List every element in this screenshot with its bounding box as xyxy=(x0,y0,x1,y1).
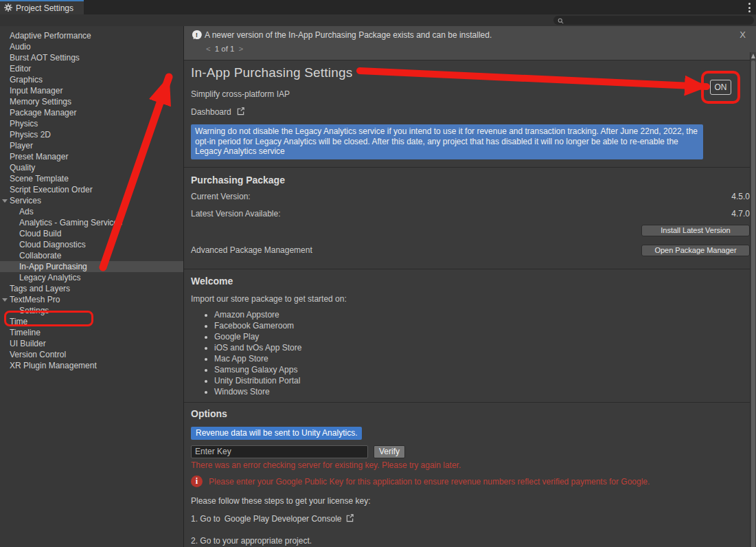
window-menu-kebab-icon[interactable] xyxy=(748,3,751,12)
sidebar-item-label: Adaptive Performance xyxy=(10,31,91,41)
sidebar-item-label: In-App Purchasing xyxy=(19,262,87,271)
sidebar-item-cloud-diagnostics[interactable]: Cloud Diagnostics xyxy=(0,239,183,250)
sidebar-item-collaborate[interactable]: Collaborate xyxy=(0,250,183,261)
sidebar-item-services[interactable]: Services xyxy=(0,195,183,206)
store-list-item: Samsung Galaxy Apps xyxy=(214,364,750,375)
chevron-down-icon[interactable] xyxy=(2,298,8,302)
sidebar-item-ui-builder[interactable]: UI Builder xyxy=(0,338,183,349)
content-area: Adaptive PerformanceAudioBurst AOT Setti… xyxy=(0,26,756,547)
sidebar-item-quality[interactable]: Quality xyxy=(0,162,183,173)
current-version-row: Current Version: 4.5.0 xyxy=(191,192,750,201)
iap-on-toggle-button[interactable]: ON xyxy=(710,80,731,95)
sidebar-item-ads[interactable]: Ads xyxy=(0,206,183,217)
update-notification-banner: ! A newer version of the In-App Purchasi… xyxy=(184,26,756,60)
tab-title: Project Settings xyxy=(16,3,73,13)
pager-prev-icon[interactable]: < xyxy=(206,45,211,53)
sidebar-item-time[interactable]: Time xyxy=(0,316,183,327)
store-list-item: Windows Store xyxy=(214,386,750,397)
open-package-manager-button[interactable]: Open Package Manager xyxy=(641,245,750,256)
advanced-package-label: Advanced Package Management xyxy=(191,245,312,255)
page-title: In-App Purchasing Settings xyxy=(191,65,750,80)
sidebar-item-xr-plugin-management[interactable]: XR Plugin Management xyxy=(0,360,183,371)
search-input[interactable] xyxy=(566,16,750,24)
sidebar-item-label: Preset Manager xyxy=(10,152,68,161)
sidebar-item-label: Quality xyxy=(10,163,35,172)
external-link-icon xyxy=(236,107,245,118)
sidebar-item-label: Cloud Build xyxy=(19,229,61,238)
tab-project-settings[interactable]: Project Settings xyxy=(0,0,84,14)
pager-label: 1 of 1 xyxy=(215,45,235,53)
legacy-analytics-warning: Warning do not disable the Legacy Analyt… xyxy=(191,124,703,159)
banner-close-icon[interactable]: X xyxy=(740,30,746,40)
pager-next-icon[interactable]: > xyxy=(239,45,244,53)
sidebar-item-legacy-analytics[interactable]: Legacy Analytics xyxy=(0,272,183,283)
sidebar-item-label: Tags and Layers xyxy=(10,284,70,293)
sidebar-item-scene-template[interactable]: Scene Template xyxy=(0,173,183,184)
sidebar-item-memory-settings[interactable]: Memory Settings xyxy=(0,96,183,107)
sidebar-item-graphics[interactable]: Graphics xyxy=(0,74,183,85)
sidebar-item-editor[interactable]: Editor xyxy=(0,63,183,74)
step-2: 2. Go to your appropriate project. xyxy=(191,536,750,546)
sidebar-item-label: Services xyxy=(10,196,41,205)
sidebar-item-label: Memory Settings xyxy=(10,97,71,107)
sidebar-item-label: Time xyxy=(10,317,27,326)
welcome-heading: Welcome xyxy=(191,276,750,287)
step-1-prefix: 1. Go to xyxy=(191,514,220,524)
step-1: 1. Go to Google Play Developer Console xyxy=(191,513,750,524)
sidebar-item-package-manager[interactable]: Package Manager xyxy=(0,107,183,118)
scroll-up-icon[interactable] xyxy=(751,54,755,58)
vertical-scrollbar[interactable] xyxy=(750,52,756,547)
store-list-item: Google Play xyxy=(214,331,750,342)
sidebar-item-label: Settings xyxy=(19,306,49,315)
sidebar-item-label: TextMesh Pro xyxy=(10,295,60,304)
sidebar-item-in-app-purchasing[interactable]: In-App Purchasing xyxy=(0,261,183,272)
sidebar-item-label: Scene Template xyxy=(10,174,69,183)
gear-icon xyxy=(4,2,12,14)
sidebar-item-burst-aot-settings[interactable]: Burst AOT Settings xyxy=(0,52,183,63)
sidebar-item-label: Analytics - Gaming Services xyxy=(19,218,122,227)
sidebar-item-audio[interactable]: Audio xyxy=(0,41,183,52)
sidebar-item-physics[interactable]: Physics xyxy=(0,118,183,129)
section-divider xyxy=(184,402,756,403)
sidebar-item-label: UI Builder xyxy=(10,339,46,348)
page-subtitle: Simplify cross-platform IAP xyxy=(191,89,750,99)
sidebar-item-label: Package Manager xyxy=(10,108,76,118)
google-play-console-link[interactable]: Google Play Developer Console xyxy=(225,514,342,524)
sidebar-item-textmesh-pro[interactable]: TextMesh Pro xyxy=(0,294,183,305)
purchasing-package-heading: Purchasing Package xyxy=(191,175,750,186)
google-key-input[interactable] xyxy=(191,445,368,458)
banner-message: A newer version of the In-App Purchasing… xyxy=(205,30,492,40)
sidebar-item-script-execution-order[interactable]: Script Execution Order xyxy=(0,184,183,195)
chevron-down-icon[interactable] xyxy=(2,199,8,203)
advanced-package-row: Advanced Package Management Open Package… xyxy=(191,245,750,256)
verify-button[interactable]: Verify xyxy=(374,445,405,458)
search-box[interactable] xyxy=(553,16,754,25)
sidebar-item-timeline[interactable]: Timeline xyxy=(0,327,183,338)
install-latest-version-button[interactable]: Install Latest Version xyxy=(641,225,750,236)
sidebar-item-label: Burst AOT Settings xyxy=(10,53,80,63)
sidebar-item-preset-manager[interactable]: Preset Manager xyxy=(0,151,183,162)
settings-toolbar xyxy=(0,14,756,26)
sidebar-item-tags-and-layers[interactable]: Tags and Layers xyxy=(0,283,183,294)
sidebar-item-settings[interactable]: Settings xyxy=(0,305,183,316)
scrollbar-thumb[interactable] xyxy=(751,60,755,547)
sidebar-item-physics-2d[interactable]: Physics 2D xyxy=(0,129,183,140)
sidebar-item-cloud-build[interactable]: Cloud Build xyxy=(0,228,183,239)
sidebar-item-player[interactable]: Player xyxy=(0,140,183,151)
sidebar-item-input-manager[interactable]: Input Manager xyxy=(0,85,183,96)
window-tab-bar: Project Settings xyxy=(0,0,756,14)
current-version-label: Current Version: xyxy=(191,192,251,201)
sidebar-item-label: Cloud Diagnostics xyxy=(19,240,86,249)
sidebar-item-adaptive-performance[interactable]: Adaptive Performance xyxy=(0,30,183,41)
sidebar-item-label: Ads xyxy=(19,207,34,216)
sidebar-item-version-control[interactable]: Version Control xyxy=(0,349,183,360)
external-link-icon[interactable] xyxy=(345,513,354,524)
settings-sidebar: Adaptive PerformanceAudioBurst AOT Setti… xyxy=(0,26,183,547)
key-warning-text: Please enter your Google Public Key for … xyxy=(209,476,650,487)
latest-version-row: Latest Version Available: 4.7.0 xyxy=(191,209,750,219)
dashboard-label: Dashboard xyxy=(191,107,231,117)
dashboard-link[interactable]: Dashboard xyxy=(191,107,245,118)
sidebar-item-analytics-gaming-services[interactable]: Analytics - Gaming Services xyxy=(0,217,183,228)
sidebar-item-label: Physics 2D xyxy=(10,130,51,139)
latest-version-value: 4.7.0 xyxy=(731,209,750,219)
